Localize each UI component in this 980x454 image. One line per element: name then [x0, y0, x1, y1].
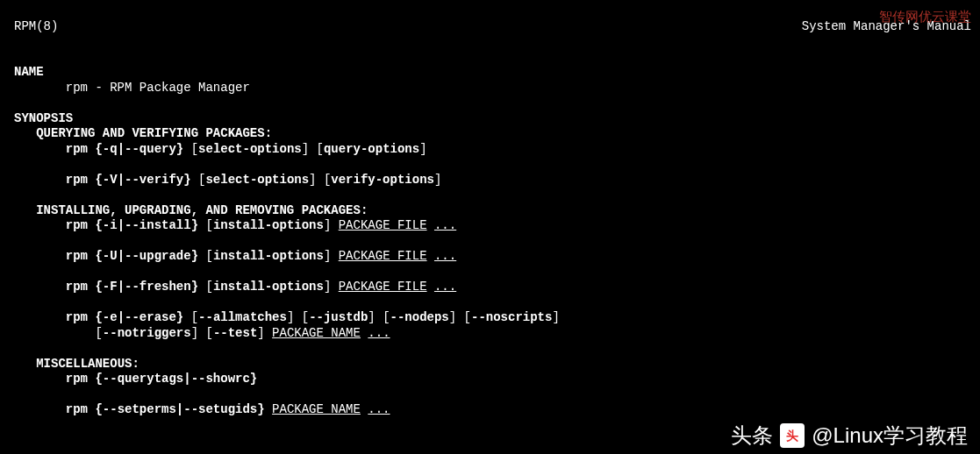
watermark-handle: @Linux学习教程 [812, 422, 968, 449]
misc2-cmd: rpm [66, 402, 88, 416]
erase-allmatches: --allmatches [198, 310, 287, 324]
erase-justdb: --justdb [309, 310, 368, 324]
misc2-package-name: PACKAGE_NAME [272, 402, 361, 416]
iur-heading: INSTALLING, UPGRADING, AND REMOVING PACK… [36, 203, 368, 217]
man-page-content: RPM(8)System Manager's Manual NAME rpm -… [0, 0, 980, 427]
misc2-ellipsis: ... [368, 402, 390, 416]
erase-ellipsis: ... [368, 326, 390, 340]
verify-opt: {-V|--verify} [95, 173, 190, 187]
section-name-heading: NAME [14, 65, 44, 79]
misc2-opt: {--setperms|--setugids} [95, 402, 264, 416]
upgrade-cmd: rpm [66, 249, 88, 263]
upgrade-ellipsis: ... [434, 249, 456, 263]
name-line: rpm - RPM Package Manager [66, 81, 250, 95]
svg-text:头: 头 [786, 429, 798, 443]
watermark-bottom-right: 头条 头 @Linux学习教程 [731, 422, 968, 449]
erase-notriggers: --notriggers [103, 326, 191, 340]
erase-test: --test [213, 326, 257, 340]
verify-cmd: rpm [66, 173, 88, 187]
erase-nodeps: --nodeps [390, 310, 449, 324]
freshen-ellipsis: ... [434, 280, 456, 294]
install-package-file: PACKAGE_FILE [339, 218, 427, 232]
misc1-opt: {--querytags|--showrc} [95, 372, 257, 386]
misc-heading: MISCELLANEOUS: [36, 357, 139, 371]
watermark-top-right: 智传网优云课堂 [879, 9, 971, 25]
upgrade-install-options: install-options [213, 249, 324, 263]
install-opt: {-i|--install} [95, 218, 198, 232]
man-header-left: RPM(8) [14, 19, 58, 35]
qv-heading: QUERYING AND VERIFYING PACKAGES: [36, 126, 272, 140]
install-ellipsis: ... [434, 218, 456, 232]
erase-cmd: rpm [66, 310, 88, 324]
toutiao-logo-icon: 头 [780, 423, 805, 448]
upgrade-package-file: PACKAGE_FILE [339, 249, 427, 263]
query-select-options: select-options [198, 142, 302, 156]
freshen-cmd: rpm [66, 280, 88, 294]
misc1-cmd: rpm [66, 372, 88, 386]
verify-options: verify-options [331, 173, 434, 187]
erase-package-name: PACKAGE_NAME [272, 326, 361, 340]
verify-select-options: select-options [205, 173, 309, 187]
freshen-opt: {-F|--freshen} [95, 280, 198, 294]
erase-opt: {-e|--erase} [95, 310, 183, 324]
query-cmd: rpm [66, 142, 88, 156]
freshen-package-file: PACKAGE_FILE [339, 280, 427, 294]
erase-noscripts: --noscripts [471, 310, 552, 324]
man-header: RPM(8)System Manager's Manual [14, 19, 971, 35]
freshen-install-options: install-options [213, 280, 324, 294]
query-options: query-options [324, 142, 419, 156]
install-cmd: rpm [66, 218, 88, 232]
section-synopsis-heading: SYNOPSIS [14, 111, 73, 125]
query-opt: {-q|--query} [95, 142, 183, 156]
watermark-prefix: 头条 [731, 422, 773, 449]
install-options: install-options [213, 218, 324, 232]
upgrade-opt: {-U|--upgrade} [95, 249, 198, 263]
